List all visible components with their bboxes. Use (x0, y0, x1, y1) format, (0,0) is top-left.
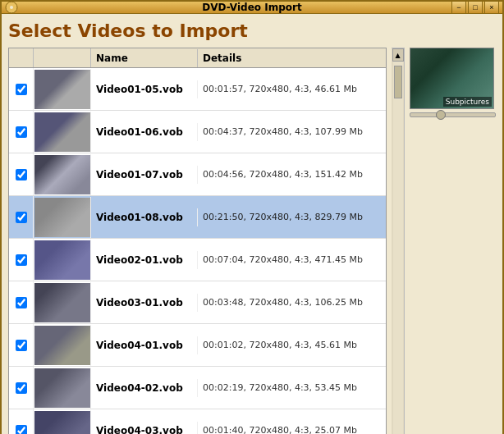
table-row[interactable]: Video01-08.vob 00:21:50, 720x480, 4:3, 8… (9, 196, 386, 239)
thumbnail-image (34, 70, 90, 109)
table-row[interactable]: Video01-07.vob 00:04:56, 720x480, 4:3, 1… (9, 153, 386, 196)
row-checkbox[interactable] (16, 340, 27, 351)
row-name: Video01-05.vob (91, 80, 198, 98)
row-checkbox[interactable] (16, 425, 27, 435)
thumbnail-image (34, 368, 90, 408)
preview-slider-thumb[interactable] (436, 110, 446, 120)
row-thumbnail (34, 112, 91, 153)
row-checkbox-container[interactable] (9, 281, 34, 323)
scroll-thumb[interactable] (394, 66, 402, 98)
content-area: Name Details Video01-05.vob 00:01:57, 72… (8, 48, 496, 434)
row-thumbnail (34, 240, 91, 281)
row-details: 00:03:48, 720x480, 4:3, 106.25 Mb (198, 294, 386, 311)
row-name: Video01-08.vob (91, 208, 198, 226)
row-checkbox[interactable] (16, 212, 27, 223)
thumbnail-image (34, 240, 90, 280)
row-checkbox-container[interactable] (9, 196, 34, 238)
thumbnail-image (34, 112, 90, 152)
row-checkbox-container[interactable] (9, 367, 34, 409)
details-column-header: Details (198, 49, 386, 67)
thumbnail-image (34, 155, 90, 194)
thumbnail-image (34, 198, 90, 237)
row-thumbnail (34, 325, 91, 366)
row-name: Video04-01.vob (91, 336, 198, 354)
row-checkbox[interactable] (16, 126, 27, 138)
row-thumbnail (34, 154, 91, 195)
scroll-up-button[interactable]: ▲ (392, 48, 404, 62)
row-details: 00:01:02, 720x480, 4:3, 45.61 Mb (198, 336, 386, 354)
table-row[interactable]: Video04-03.vob 00:01:40, 720x480, 4:3, 2… (9, 409, 386, 434)
preview-slider[interactable] (410, 112, 496, 117)
scrollbar[interactable]: ▲ ▼ (392, 48, 405, 434)
row-thumbnail (34, 282, 91, 323)
preview-image: Subpictures (410, 48, 494, 109)
row-name: Video04-02.vob (91, 379, 198, 397)
scroll-track[interactable] (393, 62, 403, 434)
row-details: 00:02:19, 720x480, 4:3, 53.45 Mb (198, 379, 386, 396)
row-checkbox[interactable] (16, 382, 27, 394)
file-table: Name Details Video01-05.vob 00:01:57, 72… (8, 48, 387, 434)
preview-panel: Subpictures (410, 48, 496, 434)
row-checkbox[interactable] (16, 84, 27, 95)
thumbnail-image (34, 411, 90, 435)
table-row[interactable]: Video01-06.vob 00:04:37, 720x480, 4:3, 1… (9, 111, 386, 153)
row-details: 00:21:50, 720x480, 4:3, 829.79 Mb (198, 208, 386, 226)
row-details: 00:01:57, 720x480, 4:3, 46.61 Mb (198, 80, 386, 98)
row-checkbox-container[interactable] (9, 239, 34, 281)
minimize-button[interactable]: − (451, 1, 466, 14)
row-checkbox[interactable] (16, 169, 27, 180)
table-row[interactable]: Video02-01.vob 00:07:04, 720x480, 4:3, 4… (9, 239, 386, 281)
page-title: Select Videos to Import (8, 21, 496, 41)
thumbnail-image (34, 283, 90, 322)
row-name: Video01-07.vob (91, 166, 198, 184)
table-body[interactable]: Video01-05.vob 00:01:57, 720x480, 4:3, 4… (9, 68, 386, 434)
row-checkbox[interactable] (16, 254, 27, 266)
table-row[interactable]: Video03-01.vob 00:03:48, 720x480, 4:3, 1… (9, 281, 386, 324)
row-thumbnail (34, 69, 91, 110)
name-column-header: Name (91, 49, 198, 67)
main-content: Select Videos to Import Name Details (2, 14, 502, 434)
preview-label: Subpictures (443, 97, 492, 107)
row-checkbox-container[interactable] (9, 111, 34, 153)
title-bar-controls: − □ × (451, 1, 499, 14)
row-details: 00:04:56, 720x480, 4:3, 151.42 Mb (198, 166, 386, 183)
row-checkbox-container[interactable] (9, 409, 34, 434)
table-row[interactable]: Video01-05.vob 00:01:57, 720x480, 4:3, 4… (9, 68, 386, 111)
row-checkbox-container[interactable] (9, 68, 34, 110)
row-name: Video04-03.vob (91, 422, 198, 435)
window-title: DVD-Video Import (202, 2, 301, 13)
svg-point-1 (10, 6, 13, 9)
thumb-column-header (34, 48, 91, 67)
row-name: Video02-01.vob (91, 251, 198, 269)
table-header: Name Details (9, 48, 386, 68)
row-checkbox[interactable] (16, 297, 27, 308)
title-bar: DVD-Video Import − □ × (2, 2, 502, 14)
row-details: 00:07:04, 720x480, 4:3, 471.45 Mb (198, 251, 386, 268)
table-row[interactable]: Video04-02.vob 00:02:19, 720x480, 4:3, 5… (9, 367, 386, 409)
row-checkbox-container[interactable] (9, 153, 34, 195)
maximize-button[interactable]: □ (468, 1, 483, 14)
row-details: 00:04:37, 720x480, 4:3, 107.99 Mb (198, 123, 386, 140)
row-thumbnail (34, 197, 91, 238)
row-thumbnail (34, 410, 91, 435)
row-checkbox-container[interactable] (9, 324, 34, 366)
close-button[interactable]: × (484, 1, 499, 14)
check-column-header (9, 48, 34, 67)
row-name: Video03-01.vob (91, 294, 198, 312)
thumbnail-image (34, 326, 90, 365)
row-thumbnail (34, 368, 91, 409)
row-details: 00:01:40, 720x480, 4:3, 25.07 Mb (198, 422, 386, 434)
table-row[interactable]: Video04-01.vob 00:01:02, 720x480, 4:3, 4… (9, 324, 386, 367)
preview-controls (410, 112, 496, 117)
main-window: DVD-Video Import − □ × Select Videos to … (0, 0, 504, 434)
dvd-icon (5, 1, 18, 14)
row-name: Video01-06.vob (91, 123, 198, 141)
